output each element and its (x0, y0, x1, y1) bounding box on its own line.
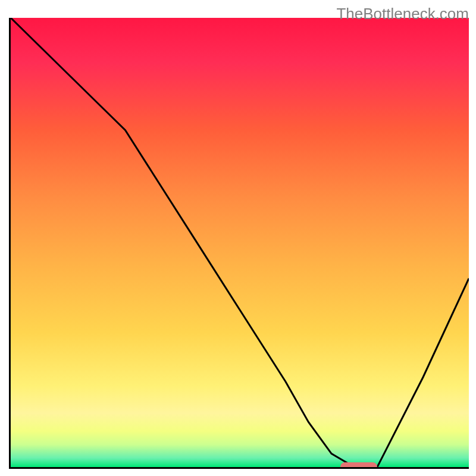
watermark-text: TheBottleneck.com (336, 5, 469, 23)
bottleneck-curve (11, 18, 469, 467)
optimal-marker (340, 462, 377, 469)
chart-plot-area (9, 18, 469, 469)
